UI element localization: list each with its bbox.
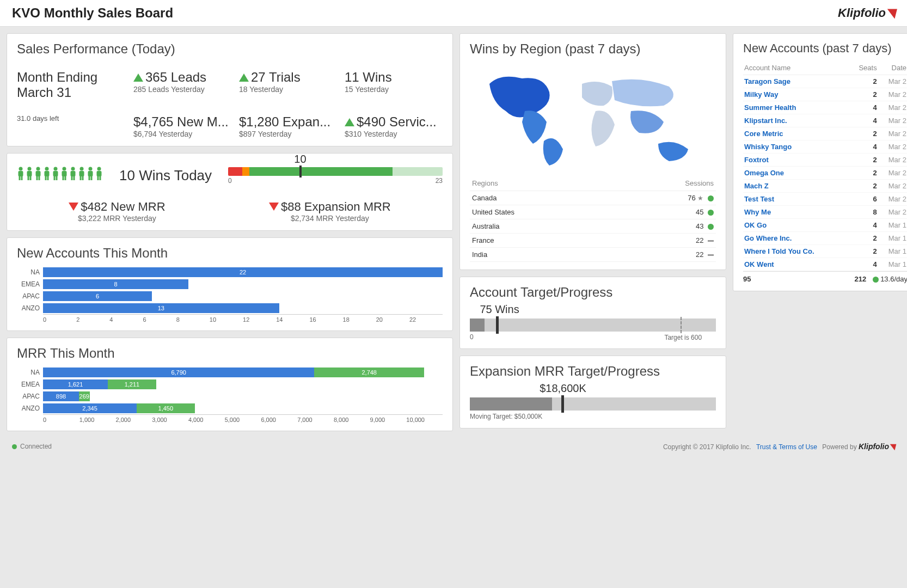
expansion-mrr-metric: $88 Expansion MRR $2,734 MRR Yesterday — [269, 200, 391, 223]
status-dot-icon — [708, 195, 714, 201]
account-link[interactable]: OK Go — [744, 221, 767, 229]
table-row: Why Me8Mar 2 — [743, 206, 907, 219]
svg-point-36 — [97, 167, 101, 171]
svg-rect-3 — [21, 176, 23, 180]
svg-rect-2 — [19, 176, 21, 180]
page-title: KVO Monthly Sales Board — [12, 5, 173, 21]
table-row: Klipstart Inc.4Mar 2 — [743, 114, 907, 127]
table-row: OK Go4Mar 1 — [743, 219, 907, 232]
chart-row: EMEA1,6211,211 — [17, 378, 443, 390]
svg-rect-35 — [91, 176, 93, 180]
new-mrr-metric: $482 New MRR $3,222 MRR Yesterday — [69, 200, 165, 223]
person-icon — [60, 167, 68, 185]
days-left: 31.0 days left — [17, 114, 126, 138]
account-link[interactable]: Mach Z — [744, 182, 769, 190]
sales-performance-card: Sales Performance (Today) Month Ending M… — [7, 33, 453, 146]
table-row: United States45 — [470, 205, 716, 219]
chart-row: ANZO13 — [17, 302, 443, 314]
status-dot-icon — [873, 277, 879, 283]
card-title: Account Target/Progress — [470, 285, 716, 300]
table-row: Milky Way2Mar 2 — [743, 88, 907, 101]
account-link[interactable]: OK Went — [744, 260, 774, 268]
person-icon — [78, 167, 85, 185]
new-accounts-bar-chart: NA22EMEA8APAC6ANZO130246810121416182022 — [17, 266, 443, 323]
people-icons — [17, 167, 103, 185]
svg-rect-29 — [79, 171, 84, 176]
mrr-month-card: MRR This Month NA6,7902,748EMEA1,6211,21… — [7, 338, 453, 431]
account-link[interactable]: Omega One — [744, 169, 784, 177]
table-row: Whisky Tango4Mar 2 — [743, 140, 907, 154]
trend-up-icon — [345, 118, 354, 126]
card-title: New Accounts This Month — [17, 246, 443, 261]
mrr-bar-chart: NA6,7902,748EMEA1,6211,211APAC898269ANZO… — [17, 366, 443, 423]
footer: Connected Copyright © 2017 Klipfolio Inc… — [0, 438, 907, 455]
person-icon — [52, 167, 59, 185]
col-account-name: Account Name — [743, 61, 848, 75]
svg-point-16 — [54, 167, 58, 171]
account-link[interactable]: Summer Health — [744, 103, 796, 112]
world-map — [470, 62, 716, 171]
metric-service: $490 Servic... $310 Yesterday — [345, 114, 443, 138]
chart-row: ANZO2,3451,450 — [17, 402, 443, 414]
new-accounts-month-card: New Accounts This Month NA22EMEA8APAC6AN… — [7, 237, 453, 331]
svg-rect-1 — [19, 171, 23, 176]
metric-leads: 365 Leads 285 Leads Yesterday — [133, 70, 231, 100]
svg-rect-19 — [56, 176, 58, 180]
expansion-progress-bar — [470, 397, 716, 411]
wins-today-label: 10 Wins Today — [119, 167, 212, 184]
table-row: Core Metric2Mar 2 — [743, 127, 907, 140]
account-link[interactable]: Whisky Tango — [744, 143, 792, 151]
svg-rect-37 — [97, 171, 102, 176]
person-icon — [69, 167, 77, 185]
card-title: Sales Performance (Today) — [17, 41, 443, 57]
topbar: KVO Monthly Sales Board Klipfolio◥ — [0, 0, 907, 27]
svg-rect-25 — [71, 171, 76, 176]
trend-up-icon — [133, 74, 143, 82]
metric-wins: 11 Wins 15 Yesterday — [345, 70, 443, 100]
account-link[interactable]: Taragon Sage — [744, 77, 790, 85]
svg-rect-5 — [27, 171, 32, 176]
account-link[interactable]: Where I Told You Co. — [744, 247, 814, 255]
metric-trials: 27 Trials 18 Yesterday — [239, 70, 337, 100]
status-dot-icon — [708, 224, 714, 230]
chart-row: NA6,7902,748 — [17, 366, 443, 378]
trust-link[interactable]: Trust & Terms of Use — [756, 443, 817, 451]
month-ending-label: Month Ending March 31 — [17, 70, 126, 100]
trend-down-icon — [69, 203, 78, 211]
table-row: Where I Told You Co.2Mar 1 — [743, 245, 907, 258]
table-row: OK Went4Mar 1 — [743, 258, 907, 271]
dash-icon — [708, 240, 714, 242]
account-link[interactable]: Klipstart Inc. — [744, 117, 787, 125]
region-table: Regions Sessions Canada76 ★ United State… — [470, 176, 716, 262]
account-link[interactable]: Core Metric — [744, 130, 783, 138]
table-row: Canada76 ★ — [470, 191, 716, 205]
account-link[interactable]: Foxtrot — [744, 156, 769, 164]
expansion-target-card: Expansion MRR Target/Progress $18,600K M… — [459, 356, 726, 428]
account-link[interactable]: Why Me — [744, 208, 771, 216]
card-title: Wins by Region (past 7 days) — [470, 41, 716, 57]
account-link[interactable]: Milky Way — [744, 90, 778, 99]
svg-rect-38 — [97, 176, 99, 180]
card-title: Expansion MRR Target/Progress — [470, 364, 716, 379]
trend-up-icon — [239, 74, 249, 82]
svg-rect-6 — [28, 176, 29, 180]
svg-rect-26 — [71, 176, 73, 180]
table-row: Go Where Inc.2Mar 1 — [743, 232, 907, 245]
accounts-footer: 95 212 13.6/day — [743, 271, 907, 283]
account-link[interactable]: Go Where Inc. — [744, 234, 792, 242]
svg-rect-10 — [36, 176, 38, 180]
account-progress-bar — [470, 318, 716, 332]
col-sessions: Sessions — [614, 176, 716, 191]
svg-rect-39 — [100, 176, 101, 180]
svg-rect-21 — [62, 171, 67, 176]
table-row: India22 — [470, 248, 716, 262]
svg-rect-13 — [45, 171, 50, 176]
svg-point-0 — [19, 167, 23, 171]
svg-rect-34 — [89, 176, 90, 180]
dash-icon — [708, 254, 714, 256]
wins-gauge: 10 023 — [228, 167, 443, 185]
table-row: Foxtrot2Mar 2 — [743, 154, 907, 167]
svg-rect-9 — [36, 171, 41, 176]
svg-rect-31 — [82, 176, 84, 180]
account-link[interactable]: Test Test — [744, 195, 774, 203]
